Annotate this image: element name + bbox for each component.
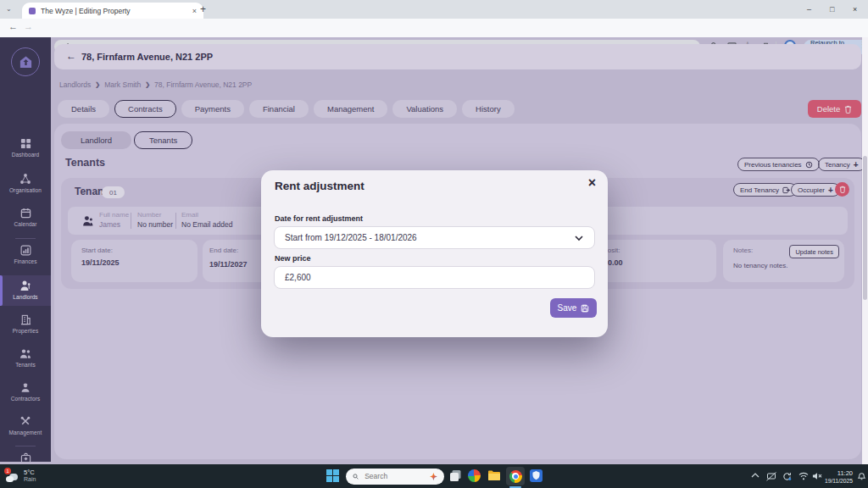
file-explorer-icon[interactable] [487,469,501,481]
taskbar-search[interactable] [346,469,444,485]
copilot-icon [430,472,437,481]
new-price-field [274,266,595,289]
clock-date: 19/11/2025 [821,478,853,485]
date-adjustment-label: Date for rent adjustment [275,214,363,223]
browser-tab-title: The Wyze | Editing Property [41,7,187,15]
notifications-icon[interactable] [857,471,866,480]
new-tab-button[interactable]: + [200,3,206,15]
office-hub-icon[interactable] [468,469,481,482]
screen: ⌄ The Wyze | Editing Property × + – □ × … [0,0,868,488]
window-close-button[interactable]: × [853,0,857,19]
site-favicon [29,8,36,14]
search-icon [353,473,359,480]
browser-tab[interactable]: The Wyze | Editing Property × [22,3,203,19]
taskbar-clock[interactable]: 11:20 19/11/2025 [821,469,853,485]
new-price-label: New price [275,254,311,263]
date-adjustment-value: Start from 19/12/2025 - 18/01/2026 [285,233,417,242]
sync-icon[interactable] [782,472,792,481]
cast-off-icon[interactable] [766,472,776,481]
modal-close-icon[interactable]: × [588,175,596,191]
clock-time: 11:20 [821,469,853,478]
save-label: Save [558,303,577,313]
tray-chevron-up-icon[interactable] [751,472,760,479]
wifi-icon[interactable] [798,472,809,480]
chrome-taskbar-icon[interactable] [506,467,525,485]
tab-search-chevron-icon[interactable]: ⌄ [6,5,12,13]
security-shield-icon[interactable] [530,469,542,482]
date-adjustment-select[interactable]: Start from 19/12/2025 - 18/01/2026 [274,226,595,249]
browser-toolbar: ← → thewyze.com/system/landlords/propert… [0,19,868,37]
scrollbar-thumb[interactable] [863,156,867,300]
modal-title: Rent adjustment [275,180,364,192]
window-maximize-button[interactable]: □ [830,0,834,19]
weather-badge: 1 [4,468,11,474]
weather-desc: Rain [24,476,36,484]
chevron-down-icon [575,236,583,241]
save-floppy-icon [581,304,589,313]
weather-icon: 1 [5,469,19,483]
shield-glyph-icon [532,471,540,480]
taskbar-search-input[interactable] [363,471,426,481]
task-view-icon[interactable] [449,469,462,482]
page-scrollbar[interactable] [862,37,868,464]
active-app-indicator [509,486,521,488]
windows-taskbar: 1 5°C Rain 11:20 19/11/2025 [0,464,868,488]
save-button[interactable]: Save [550,298,597,318]
browser-forward-icon[interactable]: → [24,21,33,31]
tab-close-icon[interactable]: × [192,7,197,15]
start-button[interactable] [326,469,339,482]
browser-tabstrip: ⌄ The Wyze | Editing Property × + – □ × [0,0,868,19]
weather-temp: 5°C [24,469,35,476]
new-price-input[interactable] [285,273,584,282]
rent-adjustment-modal: Rent adjustment × Date for rent adjustme… [261,170,608,337]
browser-back-icon[interactable]: ← [8,21,18,31]
window-minimize-button[interactable]: – [807,0,811,19]
